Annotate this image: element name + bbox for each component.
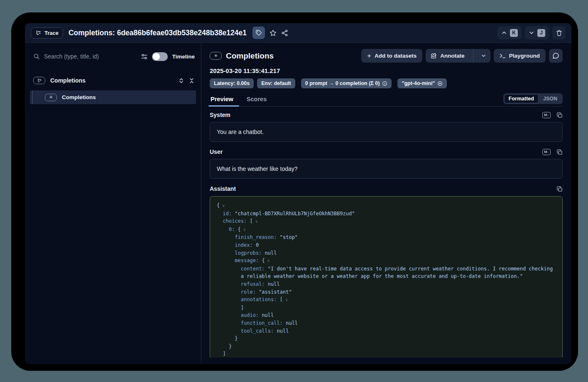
code-line: tool_calls: null: [217, 327, 556, 335]
terminal-icon: [500, 53, 506, 59]
code-line: annotations: [∨: [217, 296, 556, 304]
run-timestamp: 2025-03-20 11:35:41.217: [210, 67, 563, 74]
copy-icon[interactable]: [556, 186, 563, 192]
user-section-tools: M↓: [542, 149, 563, 155]
tag-button[interactable]: [252, 27, 265, 39]
timeline-toggle[interactable]: [152, 52, 168, 61]
code-line: message: {∨: [217, 257, 556, 265]
code-line: id: "chatcmpl-BD7XRulRhULb7NjGfeOkhN3BB9…: [217, 210, 556, 218]
format-toggle: Formatted JSON: [503, 93, 563, 104]
expand-all-icon[interactable]: [178, 78, 184, 84]
code-line: refusal: null: [217, 280, 556, 288]
collapse-all-icon[interactable]: [189, 78, 195, 84]
collapse-toggle-icon[interactable]: ∨: [283, 297, 288, 302]
system-role-label: System: [210, 112, 230, 118]
chevron-down-icon: [529, 30, 534, 36]
markdown-icon[interactable]: M↓: [542, 149, 551, 155]
star-icon[interactable]: [270, 29, 277, 36]
system-message-box: You are a chatbot.: [210, 122, 563, 142]
code-line: ]: [217, 304, 556, 312]
tab-scores[interactable]: Scores: [246, 94, 267, 106]
assistant-output-json: {∨ id: "chatcmpl-BD7XRulRhULb7NjGfeOkhN3…: [210, 196, 563, 358]
format-json-option[interactable]: JSON: [539, 94, 562, 103]
add-filter-icon[interactable]: [437, 81, 443, 86]
toggle-knob: [153, 53, 160, 60]
trace-badge-label: Trace: [44, 30, 59, 36]
code-line: content: "I don't have real-time data ac…: [217, 265, 556, 273]
annotate-pen-icon: [431, 53, 437, 59]
code-line: a reliable weather website or a weather …: [217, 273, 556, 280]
markdown-icon[interactable]: M↓: [542, 112, 551, 118]
playground-button[interactable]: Playground: [494, 49, 546, 63]
annotate-button[interactable]: Annotate: [426, 49, 470, 63]
code-line: role: "assistant": [217, 288, 556, 296]
preview-scroll-area[interactable]: System M↓ You are a chatbot.: [210, 107, 563, 358]
button-divider: [473, 49, 473, 63]
latency-badge: Latency: 0.00s: [210, 78, 254, 88]
code-line: choices: [∨: [217, 217, 556, 226]
code-line: index: 0: [217, 241, 556, 249]
tree-root-label: Completions: [50, 77, 86, 84]
llm-run-type-icon: ✳: [210, 52, 222, 60]
collapse-toggle-icon[interactable]: ∨: [253, 219, 258, 224]
token-usage-badge: 0 prompt → 0 completion (Σ 0): [301, 78, 392, 88]
format-formatted-option[interactable]: Formatted: [504, 94, 539, 103]
collapse-toggle-icon[interactable]: ∨: [241, 227, 246, 232]
code-line: finish_reason: "stop": [217, 234, 556, 241]
device-frame: Trace Completions: 6dea86b6feae03db538e2…: [11, 12, 578, 371]
code-line: }: [217, 343, 556, 350]
user-message-box: What is the weather like today?: [210, 159, 563, 179]
collapse-toggle-icon[interactable]: ∨: [265, 258, 270, 263]
delete-button[interactable]: [552, 26, 566, 39]
code-line: 0: {∨: [217, 226, 556, 234]
comment-bubble-icon: [552, 52, 559, 59]
model-badge: "gpt-4o-mini": [397, 78, 447, 88]
system-section-header: System M↓: [210, 112, 563, 118]
tree-tools: [178, 78, 195, 84]
tree-item-root-completions[interactable]: Completions: [25, 73, 201, 88]
tree-item-completions-run[interactable]: ✳ Completions: [30, 90, 196, 104]
filter-icon[interactable]: [141, 53, 148, 60]
assistant-section-tools: [556, 186, 563, 192]
run-metadata-badges: Latency: 0.00s Env: default 0 prompt → 0…: [210, 78, 563, 88]
assistant-role-label: Assistant: [210, 185, 236, 192]
trash-icon: [556, 29, 563, 36]
annotate-split-button: Annotate: [426, 49, 490, 63]
trace-badge: Trace: [31, 27, 63, 39]
add-to-datasets-button[interactable]: + Add to datasets: [361, 49, 422, 63]
code-line: logprobs: null: [217, 249, 556, 257]
comments-button[interactable]: [549, 49, 563, 63]
keycap-k: K: [510, 29, 518, 37]
window-body: Timeline Completions: [25, 43, 571, 364]
system-section-tools: M↓: [542, 112, 563, 118]
search-input[interactable]: [44, 53, 137, 60]
detail-tabs: Preview Scores Formatted JSON: [210, 94, 563, 107]
run-header: ✳ Completions + Add to datasets: [210, 49, 563, 63]
chevron-down-icon: [481, 53, 486, 58]
info-icon[interactable]: [382, 81, 387, 86]
trace-tree-icon: [35, 30, 42, 36]
title-bar: Trace Completions: 6dea86b6feae03db538e2…: [25, 23, 571, 43]
plus-icon: +: [367, 52, 371, 59]
copy-icon[interactable]: [556, 112, 563, 118]
user-role-label: User: [210, 148, 223, 155]
tab-preview[interactable]: Preview: [210, 94, 234, 106]
collapse-toggle-icon[interactable]: ∨: [220, 203, 225, 208]
chevron-up-icon: [501, 30, 507, 36]
share-icon[interactable]: [281, 29, 288, 36]
run-title: Completions: [226, 51, 274, 61]
annotate-menu-button[interactable]: [477, 49, 490, 63]
keycap-j: J: [537, 29, 545, 37]
user-section-header: User M↓: [210, 148, 563, 155]
run-actions: + Add to datasets Annotate: [361, 49, 563, 63]
llm-run-type-icon: ✳: [45, 94, 57, 101]
trace-sidebar: Timeline Completions: [25, 43, 201, 364]
next-run-button[interactable]: J: [525, 26, 549, 39]
code-line: }: [217, 335, 556, 343]
copy-icon[interactable]: [556, 149, 563, 155]
tree-child-label: Completions: [62, 94, 96, 100]
env-badge: Env: default: [257, 78, 295, 88]
titlebar-right-actions: K J: [497, 26, 566, 39]
code-line: {∨: [217, 202, 556, 210]
prev-run-button[interactable]: K: [497, 26, 522, 39]
